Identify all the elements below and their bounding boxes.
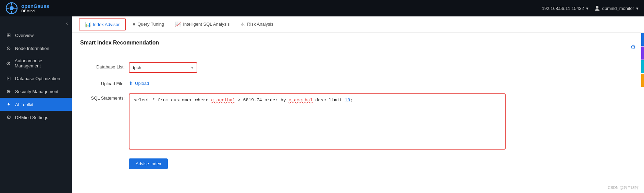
autonomouse-icon: ⊛: [5, 60, 11, 66]
connection-selector[interactable]: 192.168.56.11:15432 ▾: [542, 6, 589, 11]
sidebar-item-label-security: Security Management: [15, 89, 58, 94]
user-menu[interactable]: dbmind_monitor ▾: [594, 5, 639, 11]
ai-toolkit-icon: ✦: [5, 101, 12, 107]
upload-file-label: Upload File:: [80, 79, 125, 86]
sql-statements-label: SQL Statements:: [80, 93, 125, 101]
sidebar: ‹ ⊞ Overview ⊙ Node Information ⊛ Autono…: [0, 16, 72, 193]
logo-icon: [5, 2, 18, 14]
sidebar-item-label-overview: Overview: [15, 33, 34, 38]
svg-point-6: [596, 6, 598, 9]
logo-dbmind-label: DBMind: [21, 9, 49, 13]
sql-textarea[interactable]: select * from customer where c_acctbal >…: [129, 94, 505, 149]
tab-label-intelligent-sql: Intelligent SQL Analysis: [183, 22, 230, 27]
tab-label-query-tuning: Query Tuning: [137, 22, 164, 27]
indicator-blue: [641, 33, 644, 46]
sidebar-item-label-database-opt: Database Optimization: [15, 76, 60, 81]
logo: openGauss DBMind: [5, 2, 49, 14]
right-indicators: [641, 33, 644, 87]
collapse-button[interactable]: ‹: [66, 21, 68, 26]
sidebar-item-dbmind-settings[interactable]: ⚙ DBMind Settings: [0, 111, 72, 124]
upload-button-label: Upload: [135, 81, 149, 86]
tab-label-index-advisor: Index Advisor: [93, 22, 120, 27]
advise-index-button[interactable]: Advise Index: [129, 158, 168, 169]
risk-analysis-tab-icon: ⚠: [240, 22, 245, 27]
upload-file-control: ⬆ Upload: [129, 79, 334, 87]
sidebar-item-label-autonomouse: Autonomouse Management: [15, 58, 66, 68]
upload-icon: ⬆: [129, 80, 133, 86]
header-right: 192.168.56.11:15432 ▾ dbmind_monitor ▾: [542, 5, 639, 11]
sidebar-item-label-ai: AI-Toolkit: [15, 102, 33, 107]
sql-part-4: ;: [350, 98, 353, 103]
user-icon: [594, 5, 600, 11]
sidebar-item-autonomouse-management[interactable]: ⊛ Autonomouse Management: [0, 55, 72, 72]
database-list-control: tpch ▾: [129, 62, 334, 73]
logo-text: openGauss DBMind: [21, 3, 49, 13]
sidebar-item-label-node: Node Information: [15, 46, 49, 51]
tab-intelligent-sql[interactable]: 📈 Intelligent SQL Analysis: [170, 16, 235, 33]
sidebar-collapse[interactable]: ‹: [0, 19, 72, 29]
svg-point-1: [10, 6, 14, 10]
database-select-arrow: ▾: [191, 65, 193, 70]
tab-risk-analysis[interactable]: ⚠ Risk Analysis: [235, 16, 279, 33]
upload-button[interactable]: ⬆ Upload: [129, 79, 149, 87]
sidebar-item-overview[interactable]: ⊞ Overview: [0, 29, 72, 42]
security-icon: ⊕: [5, 88, 12, 94]
username: dbmind_monitor: [602, 6, 634, 11]
dbmind-settings-icon: ⚙: [5, 114, 12, 120]
intelligent-sql-tab-icon: 📈: [175, 22, 181, 27]
database-list-row: Database List: tpch ▾: [80, 62, 636, 73]
index-advisor-tab-icon: 📊: [85, 22, 91, 27]
tab-label-risk-analysis: Risk Analysis: [247, 22, 273, 27]
sidebar-item-node-information[interactable]: ⊙ Node Information: [0, 42, 72, 55]
sql-textarea-wrapper: select * from customer where c_acctbal >…: [129, 93, 506, 150]
advise-button-row: Advise Index: [80, 156, 636, 169]
database-list-label: Database List:: [80, 62, 125, 69]
database-select-value: tpch: [133, 65, 141, 70]
sql-part-2: > 6819.74 order by: [235, 98, 288, 103]
database-opt-icon: ⊡: [5, 75, 12, 81]
sql-link-limit[interactable]: 10: [345, 98, 350, 103]
connection-arrow: ▾: [586, 6, 589, 11]
indicator-orange: [641, 74, 644, 87]
connection-address: 192.168.56.11:15432: [542, 6, 584, 11]
content-wrapper: 📊 Index Advisor ≡ Query Tuning 📈 Intelli…: [72, 16, 644, 193]
main-layout: ‹ ⊞ Overview ⊙ Node Information ⊛ Autono…: [0, 16, 644, 193]
sql-highlight-1: c_acctbal: [211, 98, 235, 103]
footer-watermark: CSDN @若兰幽竹: [608, 185, 639, 190]
sql-statements-control: select * from customer where c_acctbal >…: [129, 93, 506, 150]
sidebar-item-label-settings: DBMind Settings: [15, 115, 48, 120]
node-information-icon: ⊙: [5, 45, 12, 51]
sidebar-item-security-management[interactable]: ⊕ Security Management: [0, 85, 72, 98]
sql-statements-row: SQL Statements: select * from customer w…: [80, 93, 636, 150]
page-content: Smart Index Recommendation ⚙ Database Li…: [72, 33, 644, 193]
sidebar-item-ai-toolkit[interactable]: ✦ AI-Toolkit: [0, 98, 72, 111]
query-tuning-tab-icon: ≡: [133, 22, 135, 27]
sql-part-3: desc limit: [313, 98, 345, 103]
upload-file-row: Upload File: ⬆ Upload: [80, 79, 636, 87]
overview-icon: ⊞: [5, 32, 12, 38]
database-select[interactable]: tpch ▾: [129, 62, 197, 73]
user-arrow: ▾: [636, 6, 639, 11]
tab-index-advisor[interactable]: 📊 Index Advisor: [79, 18, 126, 30]
logo-open-gauss: openGauss: [21, 3, 49, 9]
sql-highlight-2: c_acctbal: [289, 98, 313, 103]
settings-corner-icon[interactable]: ⚙: [630, 43, 636, 51]
indicator-cyan: [641, 60, 644, 73]
page-title: Smart Index Recommendation: [80, 40, 159, 46]
header: openGauss DBMind 192.168.56.11:15432 ▾ d…: [0, 0, 644, 16]
sql-part-1: select * from customer where: [134, 98, 211, 103]
tab-query-tuning[interactable]: ≡ Query Tuning: [127, 16, 170, 33]
tab-bar: 📊 Index Advisor ≡ Query Tuning 📈 Intelli…: [72, 16, 644, 33]
indicator-purple: [641, 47, 644, 60]
sidebar-item-database-optimization[interactable]: ⊡ Database Optimization: [0, 72, 72, 85]
